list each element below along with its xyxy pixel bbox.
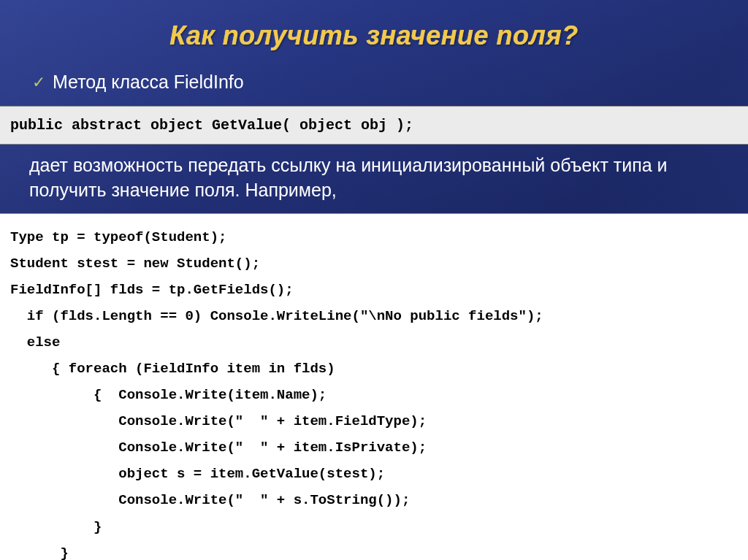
slide-title: Как получить значение поля?: [0, 20, 748, 51]
slide: Как получить значение поля? ✓ Метод клас…: [0, 0, 748, 560]
description-text: дает возможность передать ссылку на иниц…: [0, 145, 748, 213]
check-icon: ✓: [32, 74, 45, 91]
bullet-row: ✓ Метод класса FieldInfo: [0, 72, 748, 93]
method-signature: public abstract object GetValue( object …: [0, 106, 748, 145]
code-example: Type tp = typeof(Student); Student stest…: [0, 213, 748, 561]
bullet-text: Метод класса FieldInfo: [53, 72, 244, 93]
